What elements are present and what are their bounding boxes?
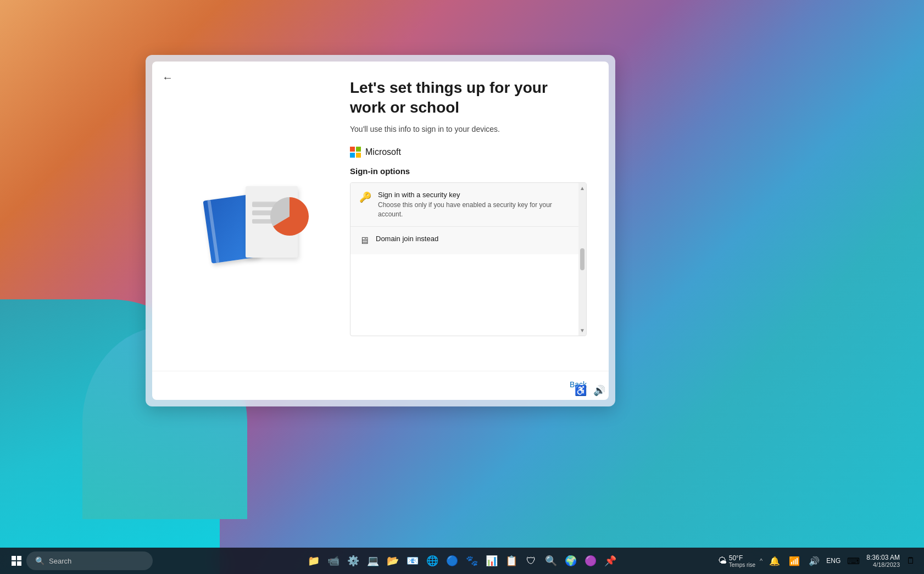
windows-logo — [12, 556, 21, 566]
options-scroll-container: 🔑 Sign in with a security key Choose thi… — [350, 182, 587, 336]
language-indicator[interactable]: ENG — [826, 557, 840, 565]
back-arrow-top-button[interactable]: ← — [162, 71, 173, 84]
pie-chart-illustration — [268, 194, 311, 238]
win-logo-sq4 — [17, 561, 21, 566]
sign-in-options-list: 🔑 Sign in with a security key Choose thi… — [350, 183, 586, 336]
taskbar-search-label: Search — [49, 557, 71, 565]
page-title: Let's set things up for your work or sch… — [350, 78, 587, 118]
domain-join-title: Domain join instead — [376, 235, 438, 243]
tb-teams[interactable]: 📹 — [325, 552, 342, 570]
taskbar-search-icon: 🔍 — [35, 556, 44, 565]
option-security-key[interactable]: 🔑 Sign in with a security key Choose thi… — [350, 183, 586, 227]
illustration-area — [174, 78, 339, 360]
tb-file-explorer[interactable]: 📁 — [305, 552, 322, 570]
domain-join-text-block: Domain join instead — [376, 235, 438, 243]
ms-logo-yellow — [356, 153, 361, 158]
tb-app8[interactable]: 🐾 — [463, 552, 481, 570]
tb-edge-alt[interactable]: 🔵 — [443, 552, 461, 570]
taskbar-search[interactable]: 🔍 Search — [26, 551, 153, 570]
accessibility-icon[interactable]: ♿ — [575, 384, 587, 397]
keyboard-icon[interactable]: ⌨ — [845, 555, 862, 567]
weather-temp: 50°F — [729, 554, 755, 562]
taskbar-right: 🌤 50°F Temps rise ^ 🔔 📶 🔊 ENG ⌨ 8:36:03 … — [718, 554, 917, 568]
microsoft-row: Microsoft — [350, 147, 587, 158]
start-button[interactable] — [7, 551, 26, 571]
volume-tray-icon[interactable]: 🔊 — [806, 555, 822, 567]
microsoft-label: Microsoft — [365, 147, 401, 157]
notification-center-button[interactable]: 🗒 — [904, 555, 917, 567]
system-clock[interactable]: 8:36:03 AM 4/18/2023 — [866, 554, 900, 568]
sign-in-options-heading: Sign-in options — [350, 166, 587, 176]
tb-app14[interactable]: 🟣 — [582, 552, 599, 570]
tb-onenote[interactable]: 📋 — [503, 552, 520, 570]
weather-info: 50°F Temps rise — [729, 554, 755, 568]
security-key-title: Sign in with a security key — [378, 191, 577, 199]
ms-logo-green — [356, 147, 361, 152]
clock-date: 4/18/2023 — [866, 561, 900, 568]
volume-icon[interactable]: 🔊 — [593, 384, 605, 397]
tb-excel[interactable]: 📊 — [483, 552, 500, 570]
weather-trend: Temps rise — [729, 562, 755, 568]
tray-overflow-button[interactable]: ^ — [760, 558, 762, 564]
tb-security[interactable]: 🛡 — [522, 552, 540, 570]
win-logo-sq3 — [12, 561, 16, 566]
scroll-down-arrow[interactable]: ▼ — [580, 327, 585, 333]
right-content-area: Let's set things up for your work or sch… — [339, 78, 587, 360]
tb-edge[interactable]: 🌐 — [424, 552, 441, 570]
win-logo-sq1 — [12, 556, 16, 560]
scroll-up-arrow[interactable]: ▲ — [580, 185, 585, 191]
taskbar-app-icons: 📁 📹 ⚙️ 💻 📂 📧 🌐 🔵 🐾 📊 📋 🛡 🔍 🌍 🟣 📌 — [305, 552, 619, 570]
security-key-desc: Choose this only if you have enabled a s… — [378, 200, 577, 219]
tb-terminal[interactable]: 💻 — [364, 552, 382, 570]
ms-logo-blue — [350, 153, 355, 158]
win-logo-sq2 — [17, 556, 21, 560]
page-subtitle: You'll use this info to sign in to your … — [350, 125, 587, 133]
illustration-wrapper — [196, 164, 317, 274]
security-key-icon: 🔑 — [359, 191, 371, 203]
tray-icon1[interactable]: 🔔 — [767, 555, 782, 567]
tb-settings[interactable]: ⚙️ — [344, 552, 362, 570]
weather-widget[interactable]: 🌤 50°F Temps rise — [718, 554, 755, 568]
security-key-text-block: Sign in with a security key Choose this … — [378, 191, 577, 219]
clock-time: 8:36:03 AM — [866, 554, 900, 561]
tb-chrome[interactable]: 🌍 — [562, 552, 580, 570]
tb-outlook[interactable]: 📧 — [404, 552, 421, 570]
taskbar: 🔍 Search 📁 📹 ⚙️ 💻 📂 📧 🌐 🔵 🐾 📊 📋 🛡 🔍 🌍 🟣 … — [0, 548, 924, 574]
wifi-icon[interactable]: 📶 — [787, 555, 802, 567]
microsoft-logo — [350, 147, 361, 158]
domain-join-icon: 🖥 — [359, 235, 369, 247]
tb-files[interactable]: 📂 — [384, 552, 402, 570]
tb-search2[interactable]: 🔍 — [542, 552, 560, 570]
scroll-thumb[interactable] — [580, 248, 585, 270]
ms-logo-red — [350, 147, 355, 152]
tb-app15[interactable]: 📌 — [602, 552, 619, 570]
dialog-content: Let's set things up for your work or sch… — [152, 62, 609, 371]
window-icons-bar: ♿ 🔊 — [575, 384, 605, 397]
option-domain-join[interactable]: 🖥 Domain join instead — [350, 227, 586, 254]
scroll-track: ▲ ▼ — [578, 183, 586, 336]
setup-window-outer: ← — [146, 55, 615, 406]
setup-dialog: ← — [152, 62, 609, 400]
dialog-bottom-bar: Back — [152, 371, 609, 400]
weather-icon: 🌤 — [718, 556, 727, 566]
